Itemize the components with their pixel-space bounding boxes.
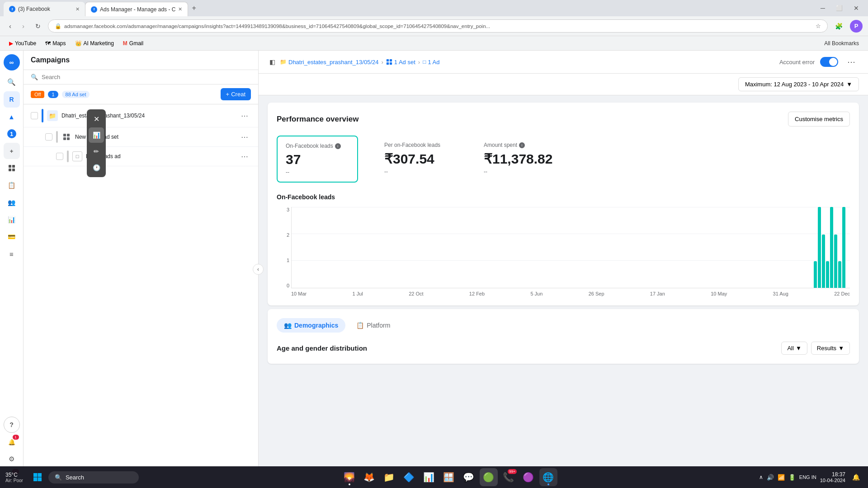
ad-more-button[interactable]: ⋯ xyxy=(238,151,251,162)
weather-widget[interactable]: 35°C Air: Poor xyxy=(5,472,23,483)
bookmark-maps[interactable]: 🗺 Maps xyxy=(42,39,69,47)
nav-item-settings[interactable]: ⚙ xyxy=(4,451,20,467)
ad-row[interactable]: □ New Leads ad ⋯ xyxy=(24,147,258,166)
ad-set-checkbox[interactable] xyxy=(45,133,52,141)
demographics-tab[interactable]: 👥 Demographics xyxy=(277,318,345,333)
taskbar-app-1[interactable]: 🌄 xyxy=(340,468,359,486)
nav-item-billing[interactable]: 💳 xyxy=(4,229,20,245)
nav-item-create[interactable]: + xyxy=(4,143,20,159)
nav-item-alerts[interactable]: 🔔 1 xyxy=(4,434,20,450)
ad-set-row[interactable]: New Leads ad set ⋯ xyxy=(24,127,258,147)
taskbar-app-6[interactable]: 🪟 xyxy=(440,468,458,486)
forward-button[interactable]: › xyxy=(19,20,28,32)
bookmark-ai-marketing[interactable]: 👑 AI Marketing xyxy=(71,39,118,47)
billing-icon: 💳 xyxy=(8,233,15,240)
address-star-icon[interactable]: ☆ xyxy=(816,23,821,29)
taskbar-app-3[interactable]: 📁 xyxy=(380,468,398,486)
campaign-row[interactable]: 📁 Dhatri_estates_prashant_13/05/24 ⋯ xyxy=(24,104,258,127)
taskbar-app-8[interactable]: 🟢 xyxy=(480,468,498,486)
start-button[interactable] xyxy=(29,469,46,485)
demo-filter-all[interactable]: All ▼ xyxy=(781,342,807,355)
floating-close-button[interactable]: ✕ xyxy=(89,111,104,127)
breadcrumb-item-ad[interactable]: □ 1 Ad xyxy=(423,59,439,66)
create-button[interactable]: + Creat xyxy=(221,88,251,100)
date-range-button[interactable]: Maximum: 12 Aug 2023 - 10 Apr 2024 ▼ xyxy=(738,77,859,91)
bookmark-gmail[interactable]: M Gmail xyxy=(119,39,147,47)
svg-rect-0 xyxy=(9,165,11,168)
nav-item-notification[interactable]: 1 xyxy=(4,126,20,142)
window-close[interactable]: ✕ xyxy=(848,3,864,14)
tab-facebook-close[interactable]: ✕ xyxy=(75,6,80,12)
nav-item-reports[interactable]: 📋 xyxy=(4,177,20,193)
tray-up-icon[interactable]: ∧ xyxy=(759,474,763,480)
floating-clock-button[interactable]: 🕐 xyxy=(89,160,104,175)
window-minimize[interactable]: ─ xyxy=(815,3,830,14)
ad-checkbox[interactable] xyxy=(56,153,63,160)
taskbar-lang[interactable]: ENG IN xyxy=(799,474,816,480)
customise-metrics-button[interactable]: Customise metrics xyxy=(788,112,850,127)
tab-ads-manager-close[interactable]: ✕ xyxy=(178,6,182,12)
taskbar-app-7[interactable]: 💬 xyxy=(460,468,478,486)
notification-center-button[interactable]: 🔔 xyxy=(849,470,863,484)
taskbar-app-1-dot xyxy=(349,483,350,485)
nav-item-more[interactable]: ≡ xyxy=(4,246,20,262)
off-filter[interactable]: Off xyxy=(31,91,44,98)
metric-info-icon-3[interactable]: i xyxy=(519,142,525,148)
metric-info-icon-1[interactable]: i xyxy=(335,143,341,149)
metric-amount-spent[interactable]: Amount spent i ₹11,378.82 -- xyxy=(476,136,566,183)
campaign-checkbox[interactable] xyxy=(31,112,38,119)
nav-item-help[interactable]: ? xyxy=(4,417,20,433)
breadcrumb-item-campaign[interactable]: 📁 Dhatri_estates_prashant_13/05/24 xyxy=(280,59,378,66)
more-options-button[interactable]: ⋯ xyxy=(844,55,859,69)
nav-item-analytics[interactable]: 📊 xyxy=(4,211,20,228)
metric-per-lead[interactable]: Per on-Facebook leads ₹307.54 -- xyxy=(376,136,458,183)
ad-set-more-button[interactable]: ⋯ xyxy=(238,132,251,142)
refresh-button[interactable]: ↻ xyxy=(32,20,44,32)
new-tab-button[interactable]: + xyxy=(188,2,199,14)
campaign-more-button[interactable]: ⋯ xyxy=(238,111,251,121)
breadcrumb-item-adset[interactable]: 1 Ad set xyxy=(386,59,415,66)
taskbar-app-2[interactable]: 🦊 xyxy=(360,468,378,486)
address-bar[interactable]: 🔒 adsmanager.facebook.com/adsmanager/man… xyxy=(48,19,828,33)
blue-badge-1[interactable]: 1 xyxy=(48,91,58,98)
breadcrumb-panel-toggle[interactable]: ◧ xyxy=(268,56,277,67)
bookmark-ai-marketing-label: AI Marketing xyxy=(84,40,114,47)
nav-item-r[interactable]: R xyxy=(4,91,20,108)
taskbar-app-10[interactable]: 🟣 xyxy=(519,468,538,486)
window-maximize[interactable]: ⬜ xyxy=(830,3,848,13)
volume-icon[interactable]: 📶 xyxy=(778,474,785,481)
extensions-button[interactable]: 🧩 xyxy=(831,20,846,32)
nav-item-audiences[interactable]: 👥 xyxy=(4,194,20,211)
bookmark-youtube[interactable]: ▶ YouTube xyxy=(5,39,40,47)
taskbar-app-chrome[interactable]: 🌐 xyxy=(539,468,557,486)
nav-item-campaigns[interactable]: ▲ xyxy=(4,108,20,125)
metric-on-facebook-leads[interactable]: On-Facebook leads i 37 -- xyxy=(277,136,358,183)
nav-item-grid[interactable] xyxy=(4,160,20,176)
toggle-switch[interactable] xyxy=(820,57,838,67)
ad-set-pill[interactable]: 88 Ad set xyxy=(62,91,90,98)
taskbar-app-5[interactable]: 📊 xyxy=(420,468,438,486)
sidebar-collapse-arrow[interactable]: ‹ xyxy=(253,264,264,275)
network-icon[interactable]: 🔋 xyxy=(788,474,796,481)
tab-ads-manager[interactable]: f Ads Manager - Manage ads - C ✕ xyxy=(85,2,188,16)
platform-tab[interactable]: 📋 Platform xyxy=(349,318,397,333)
wifi-icon[interactable]: 🔊 xyxy=(767,474,774,481)
profile-button[interactable]: P xyxy=(850,20,863,33)
taskbar-app-4[interactable]: 🔷 xyxy=(400,468,418,486)
windows-icon xyxy=(33,473,42,482)
back-button[interactable]: ‹ xyxy=(5,20,15,32)
sidebar-search-input[interactable] xyxy=(42,74,251,80)
floating-chart-button[interactable]: 📊 xyxy=(89,127,104,143)
floating-edit-button[interactable]: ✏ xyxy=(89,144,104,159)
y-label-3: 3 xyxy=(277,207,289,212)
demo-filter-results[interactable]: Results ▼ xyxy=(811,342,850,355)
taskbar-clock[interactable]: 18:37 10-04-2024 xyxy=(820,471,845,483)
all-bookmarks-label[interactable]: All Bookmarks xyxy=(821,39,863,47)
reports-icon: 📋 xyxy=(8,182,15,189)
taskbar-app-9[interactable]: 📞 99+ xyxy=(500,468,518,486)
tab-facebook[interactable]: f (3) Facebook ✕ xyxy=(4,2,85,16)
sidebar-search-bar: 🔍 xyxy=(24,70,258,84)
nav-logo[interactable]: ∞ xyxy=(4,54,20,70)
nav-item-search[interactable]: 🔍 xyxy=(4,74,20,90)
taskbar-search[interactable]: 🔍 Search xyxy=(48,471,139,483)
